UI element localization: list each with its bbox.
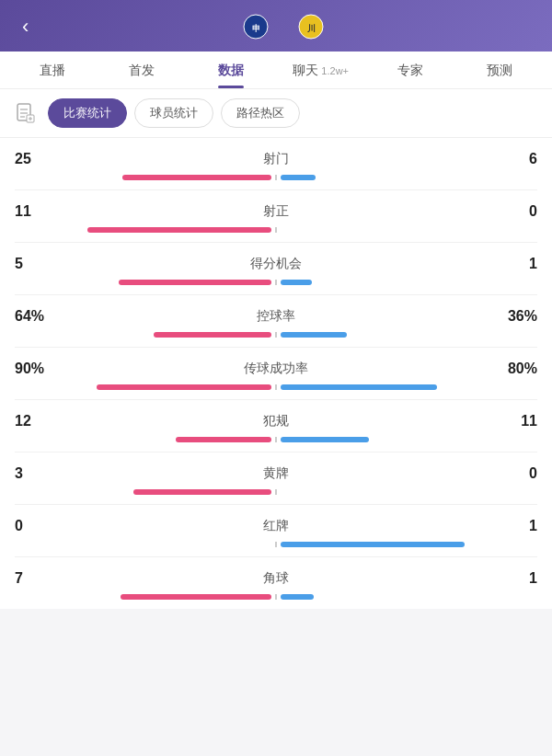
stat-val-left-6: 3 [15, 465, 52, 482]
bar-left-3 [154, 332, 271, 338]
tab-lineup[interactable]: 首发 [97, 52, 186, 88]
stats-container: 25 射门 6 11 射正 0 [0, 138, 552, 609]
bar-right-wrap-2 [281, 280, 537, 285]
bar-divider-8 [275, 594, 277, 600]
stat-row: 90% 传球成功率 80% [15, 348, 537, 400]
sub-tab-heatmap[interactable]: 路径热区 [221, 98, 300, 128]
match-info: 申 川 [243, 14, 331, 40]
stat-label-3: 控球率 [52, 308, 500, 325]
stat-label-1: 射正 [52, 203, 500, 220]
bar-right-wrap-6 [281, 489, 537, 495]
bar-container-2 [15, 280, 537, 285]
bar-right-wrap-1 [281, 227, 537, 233]
bar-container-6 [15, 489, 537, 495]
bar-right-3 [281, 332, 347, 338]
stat-row: 12 犯规 11 [15, 400, 537, 452]
svg-text:川: 川 [305, 24, 315, 33]
bar-left-wrap-5 [15, 437, 271, 442]
bar-container-0 [15, 175, 537, 180]
stat-val-left-7: 0 [15, 518, 52, 534]
back-button[interactable]: ‹ [15, 11, 36, 42]
bar-divider-3 [275, 332, 277, 338]
stat-val-left-8: 7 [15, 570, 52, 587]
stat-label-8: 角球 [52, 570, 500, 587]
bar-left-wrap-0 [15, 175, 271, 180]
bar-left-2 [119, 280, 271, 285]
header: ‹ 申 川 [0, 0, 552, 52]
sub-tab-match-stats[interactable]: 比赛统计 [48, 98, 127, 128]
stat-val-right-6: 0 [500, 465, 537, 482]
stat-val-left-3: 64% [15, 308, 52, 325]
stat-label-4: 传球成功率 [52, 361, 500, 377]
bar-divider-0 [275, 175, 277, 180]
doc-icon [11, 98, 40, 128]
bar-right-7 [281, 542, 465, 547]
stat-label-5: 犯规 [52, 413, 500, 430]
stat-val-right-1: 0 [500, 203, 537, 220]
stat-val-right-5: 11 [500, 413, 537, 430]
svg-text:申: 申 [251, 24, 259, 33]
home-team-badge: 申 [243, 14, 269, 40]
stat-val-right-0: 6 [500, 151, 537, 167]
tab-data[interactable]: 数据 [187, 52, 276, 88]
stat-val-left-5: 12 [15, 413, 52, 430]
chat-count: 1.2w+ [318, 65, 349, 76]
stat-row: 11 射正 0 [15, 190, 537, 243]
bar-left-4 [97, 384, 271, 390]
stat-row: 3 黄牌 0 [15, 452, 537, 505]
bar-divider-2 [275, 280, 277, 285]
stat-row: 5 得分机会 1 [15, 243, 537, 295]
tab-chat[interactable]: 聊天 1.2w+ [276, 52, 365, 88]
bar-left-wrap-8 [15, 594, 271, 600]
bar-right-wrap-8 [281, 594, 537, 600]
stat-val-right-4: 80% [500, 361, 537, 377]
bar-right-wrap-0 [281, 175, 537, 180]
stat-val-left-2: 5 [15, 256, 52, 272]
bar-left-6 [133, 489, 271, 495]
bar-right-4 [281, 384, 437, 390]
bar-left-8 [121, 594, 271, 600]
bar-divider-7 [275, 542, 277, 547]
bar-left-wrap-6 [15, 489, 271, 495]
stat-val-right-8: 1 [500, 570, 537, 587]
stat-row: 64% 控球率 36% [15, 295, 537, 348]
stat-label-7: 红牌 [52, 518, 500, 534]
stat-row: 7 角球 1 [15, 557, 537, 609]
stat-val-right-3: 36% [500, 308, 537, 325]
sub-tabs-row: 比赛统计 球员统计 路径热区 [0, 89, 552, 138]
stat-val-left-0: 25 [15, 151, 52, 167]
tab-live[interactable]: 直播 [7, 52, 97, 88]
bar-container-1 [15, 227, 537, 233]
bar-divider-5 [275, 437, 277, 442]
bar-left-wrap-7 [15, 542, 271, 547]
bar-right-5 [281, 437, 369, 442]
bar-left-5 [176, 437, 271, 442]
stat-label-2: 得分机会 [52, 256, 500, 272]
away-team-badge: 川 [298, 14, 324, 40]
stat-row: 0 红牌 1 [15, 505, 537, 557]
bar-left-wrap-4 [15, 384, 271, 390]
bar-left-wrap-1 [15, 227, 271, 233]
bar-right-2 [281, 280, 312, 285]
bar-container-5 [15, 437, 537, 442]
bar-right-wrap-3 [281, 332, 537, 338]
stat-label-0: 射门 [52, 151, 500, 167]
sub-tab-player-stats[interactable]: 球员统计 [134, 98, 213, 128]
bar-left-wrap-2 [15, 280, 271, 285]
bar-container-8 [15, 594, 537, 600]
tab-expert[interactable]: 专家 [365, 52, 454, 88]
bar-container-7 [15, 542, 537, 547]
nav-tabs: 直播 首发 数据 聊天 1.2w+ 专家 预测 [0, 52, 552, 89]
bar-container-4 [15, 384, 537, 390]
bar-right-wrap-5 [281, 437, 537, 442]
bar-right-8 [281, 594, 314, 600]
tab-predict[interactable]: 预测 [455, 52, 545, 88]
bar-divider-4 [275, 384, 277, 390]
stat-label-6: 黄牌 [52, 465, 500, 482]
bar-right-wrap-7 [281, 542, 537, 547]
bar-left-1 [87, 227, 271, 233]
stat-val-left-4: 90% [15, 361, 52, 377]
stat-val-left-1: 11 [15, 203, 52, 220]
stat-val-right-2: 1 [500, 256, 537, 272]
bar-divider-1 [275, 227, 277, 233]
